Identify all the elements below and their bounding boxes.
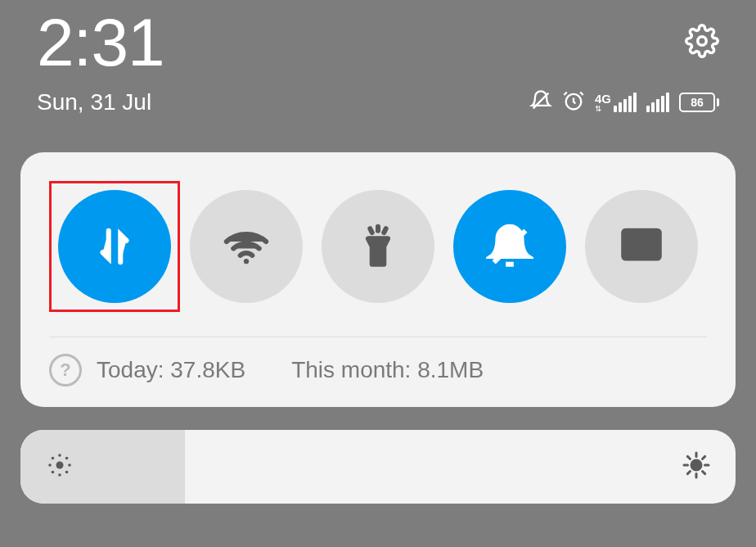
svg-point-14 [65, 457, 69, 460]
svg-point-11 [48, 463, 52, 467]
svg-point-3 [244, 259, 249, 264]
svg-point-12 [68, 463, 71, 467]
svg-point-17 [691, 460, 701, 470]
date-text: Sun, 31 Jul [37, 89, 151, 115]
svg-line-22 [687, 456, 690, 459]
month-usage: This month: 8.1MB [291, 357, 484, 383]
svg-point-16 [65, 471, 69, 474]
brightness-slider[interactable] [20, 430, 736, 504]
brightness-high-icon [682, 450, 711, 483]
svg-point-6 [632, 250, 638, 255]
network-label: 4G [595, 93, 611, 105]
clock-time: 2:31 [37, 4, 164, 81]
question-icon: ? [49, 354, 82, 387]
screenshot-toggle[interactable] [585, 190, 698, 303]
svg-point-13 [52, 457, 55, 460]
network-4g: 4G ⇅ [595, 93, 637, 113]
dnd-toggle[interactable] [453, 190, 566, 303]
svg-point-7 [645, 237, 650, 243]
quick-settings-panel: ? Today: 37.8KB This month: 8.1MB [20, 152, 736, 407]
svg-point-8 [56, 462, 64, 469]
battery-indicator: 86 [679, 93, 719, 112]
mobile-data-highlight [49, 181, 180, 312]
svg-point-10 [58, 473, 61, 477]
data-usage-row[interactable]: ? Today: 37.8KB This month: 8.1MB [49, 337, 707, 387]
status-icons-group: 4G ⇅ 86 [529, 89, 719, 115]
brightness-low-icon [45, 450, 74, 483]
svg-line-23 [703, 472, 705, 474]
svg-line-25 [703, 456, 705, 459]
flashlight-toggle[interactable] [322, 190, 434, 303]
quick-toggles-row [49, 181, 707, 337]
mobile-data-toggle[interactable] [58, 190, 171, 303]
today-usage: Today: 37.8KB [97, 357, 245, 383]
signal-bars-2 [646, 93, 669, 112]
svg-point-0 [698, 37, 707, 46]
wifi-toggle[interactable] [190, 190, 303, 303]
mute-icon [529, 89, 552, 115]
alarm-icon [562, 89, 585, 115]
signal-bars-1 [614, 93, 637, 112]
svg-point-15 [52, 471, 55, 474]
settings-button[interactable] [685, 24, 719, 61]
status-header: 2:31 Sun, 31 Jul [0, 0, 756, 115]
battery-level: 86 [679, 93, 715, 112]
svg-point-9 [58, 454, 61, 457]
svg-line-24 [687, 472, 690, 474]
